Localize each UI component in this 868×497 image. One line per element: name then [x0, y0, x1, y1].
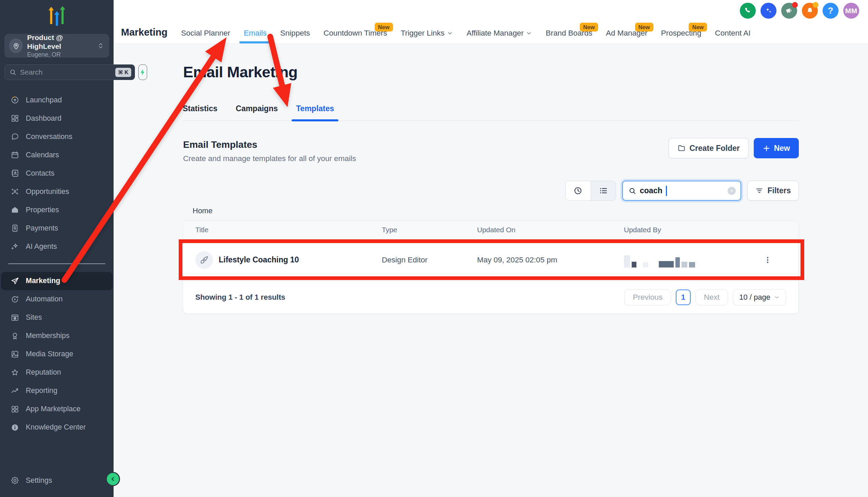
location-city: Eugene, OR [27, 51, 93, 58]
column-header-updated-by: Updated By [624, 226, 749, 234]
new-badge: New [375, 23, 393, 31]
topnav-link-trigger-links[interactable]: Trigger Links [401, 28, 453, 38]
sidebar-item-media-storage[interactable]: Media Storage [0, 345, 114, 364]
column-header-type: Type [382, 226, 477, 234]
sidebar-item-label: Reputation [26, 368, 61, 377]
breadcrumb[interactable]: Home [193, 207, 213, 215]
launchpad-icon [11, 96, 19, 104]
sidebar-item-opportunities[interactable]: Opportunities [0, 182, 114, 201]
tab-statistics[interactable]: Statistics [183, 104, 217, 120]
previous-page-button[interactable]: Previous [624, 289, 671, 306]
new-button-label: New [774, 144, 790, 153]
help-button[interactable]: ? [823, 3, 839, 19]
row-actions-menu-button[interactable] [761, 253, 774, 267]
sites-icon [11, 313, 19, 322]
sidebar-search-input[interactable] [20, 68, 112, 76]
sidebar-item-label: Launchpad [26, 96, 62, 104]
avatar[interactable]: MM [843, 3, 859, 19]
sidebar-item-reputation[interactable]: Reputation [0, 364, 114, 382]
topnav-link-prospecting[interactable]: ProspectingNew [661, 28, 701, 38]
text-caret [666, 186, 667, 196]
notifications-button[interactable] [802, 3, 818, 19]
page-1-button[interactable]: 1 [676, 289, 691, 305]
topnav-link-brand-boards[interactable]: Brand BoardsNew [545, 28, 592, 38]
sidebar-item-app-marketplace[interactable]: App Marketplace [0, 400, 114, 418]
recent-view-toggle[interactable] [566, 181, 590, 200]
new-button[interactable]: New [754, 138, 799, 158]
sidebar-item-label: Calendars [26, 151, 59, 159]
sidebar-item-calendars[interactable]: Calendars [0, 146, 114, 164]
phone-icon [743, 6, 752, 15]
sidebar-item-contacts[interactable]: Contacts [0, 164, 114, 182]
folder-icon [678, 144, 686, 152]
view-toggle [565, 181, 616, 201]
sidebar-item-label: Knowledge Center [26, 423, 86, 431]
next-page-button[interactable]: Next [695, 289, 728, 306]
topnav-link-countdown-timers[interactable]: Countdown TimersNew [324, 28, 387, 38]
sidebar-nav: Launchpad Dashboard Conversations Calend… [0, 91, 114, 437]
active-link-underline [239, 41, 271, 43]
chevron-updown-icon [97, 42, 104, 49]
sidebar-item-launchpad[interactable]: Launchpad [0, 91, 114, 109]
sidebar-item-sites[interactable]: Sites [0, 309, 114, 327]
sidebar-item-properties[interactable]: Properties [0, 201, 114, 219]
list-icon [599, 186, 608, 195]
topnav-link-label: Emails [244, 28, 267, 38]
main-content: Email Marketing Statistics Campaigns Tem… [114, 44, 868, 497]
sidebar-item-memberships[interactable]: Memberships [0, 327, 114, 345]
topnav-link-emails[interactable]: Emails [244, 28, 267, 38]
sidebar-item-ai-agents[interactable]: AI Agents [0, 237, 114, 256]
quick-actions-button[interactable] [138, 65, 147, 80]
clear-search-button[interactable] [728, 187, 736, 195]
paper-plane-icon [11, 276, 19, 285]
topnav-link-content-ai[interactable]: Content AI [715, 28, 750, 38]
announcements-button[interactable] [781, 3, 797, 19]
create-folder-label: Create Folder [689, 144, 740, 153]
contacts-icon [11, 169, 19, 178]
table-row[interactable]: Lifestyle Coaching 10 Design Editor May … [183, 239, 798, 280]
chevron-down-icon [447, 30, 453, 36]
create-folder-button[interactable]: Create Folder [669, 138, 748, 158]
lightning-icon [139, 68, 147, 76]
automation-icon [11, 295, 19, 304]
sidebar-item-reporting[interactable]: Reporting [0, 382, 114, 400]
phone-button[interactable] [740, 3, 756, 19]
sidebar-item-settings[interactable]: Settings [0, 471, 114, 489]
sidebar-item-automation[interactable]: Automation [0, 290, 114, 309]
topnav: Marketing Social Planner Emails Snippets… [114, 0, 750, 43]
sidebar-item-knowledge-center[interactable]: Knowledge Center [0, 418, 114, 437]
new-badge: New [580, 23, 598, 31]
list-view-toggle[interactable] [590, 181, 616, 200]
section-heading: Email Templates [183, 139, 356, 150]
tab-templates[interactable]: Templates [296, 104, 334, 120]
topnav-link-social-planner[interactable]: Social Planner [181, 28, 230, 38]
template-search-input[interactable]: coach [622, 181, 741, 201]
notification-dot [792, 2, 798, 8]
table-header-row: Title Type Updated On Updated By [183, 221, 798, 239]
topnav-link-ad-manager[interactable]: Ad ManagerNew [606, 28, 648, 38]
sidebar: Product @ HighLevel Eugene, OR ⌘ K Launc… [0, 0, 114, 497]
sidebar-collapse-button[interactable] [106, 472, 120, 486]
sidebar-item-payments[interactable]: Payments [0, 219, 114, 237]
tab-campaigns[interactable]: Campaigns [236, 104, 278, 120]
sidebar-item-marketing[interactable]: Marketing [1, 272, 113, 290]
sidebar-item-dashboard[interactable]: Dashboard [0, 109, 114, 127]
topnav-link-label: Affiliate Manager [467, 28, 524, 38]
plus-icon [763, 144, 770, 152]
topnav-link-snippets[interactable]: Snippets [281, 28, 310, 38]
templates-table: Title Type Updated On Updated By Lifesty… [183, 221, 799, 314]
chevron-down-icon [526, 30, 532, 36]
ai-assistant-button[interactable] [760, 3, 777, 19]
sidebar-item-conversations[interactable]: Conversations [0, 127, 114, 146]
results-summary: Showing 1 - 1 of 1 results [195, 293, 285, 302]
page-size-select[interactable]: 10 / page [733, 289, 786, 306]
location-switcher[interactable]: Product @ HighLevel Eugene, OR [4, 34, 109, 58]
topnav-link-affiliate-manager[interactable]: Affiliate Manager [467, 28, 532, 38]
template-type: Design Editor [382, 256, 477, 265]
template-title: Lifestyle Coaching 10 [219, 255, 299, 265]
filters-label: Filters [767, 186, 791, 195]
grid-icon [11, 405, 19, 414]
search-icon [9, 69, 17, 76]
filters-button[interactable]: Filters [747, 181, 799, 201]
sidebar-search-field[interactable]: ⌘ K [4, 65, 135, 80]
